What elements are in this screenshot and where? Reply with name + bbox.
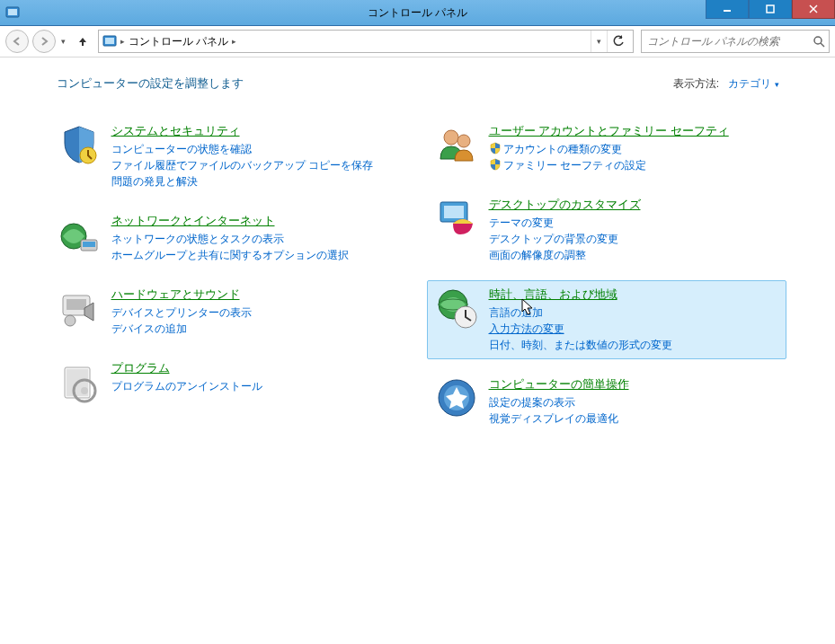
- svg-point-22: [457, 135, 470, 147]
- category-icon: [58, 213, 101, 256]
- svg-point-8: [814, 37, 822, 44]
- svg-rect-15: [67, 299, 86, 310]
- content: コンピューターの設定を調整します 表示方法: カテゴリ ▾ システムとセキュリテ…: [0, 57, 835, 644]
- category-link[interactable]: ファイル履歴でファイルのバックアップ コピーを保存: [111, 157, 401, 173]
- back-button[interactable]: [5, 30, 29, 53]
- category-item[interactable]: デスクトップのカスタマイズテーマの変更デスクトップの背景の変更画面の解像度の調整: [427, 190, 786, 269]
- refresh-button[interactable]: [607, 31, 629, 52]
- category-text: 時計、言語、および地域言語の追加入力方法の変更日付、時刻、または数値の形式の変更: [489, 287, 778, 353]
- close-button[interactable]: [792, 0, 835, 19]
- category-item[interactable]: ハードウェアとサウンドデバイスとプリンターの表示デバイスの追加: [49, 280, 409, 343]
- view-by: 表示方法: カテゴリ ▾: [673, 76, 779, 92]
- category-text: ハードウェアとサウンドデバイスとプリンターの表示デバイスの追加: [111, 287, 401, 337]
- category-link[interactable]: 言語の追加: [489, 304, 778, 321]
- category-link[interactable]: 画面の解像度の調整: [489, 247, 778, 263]
- category-item[interactable]: ユーザー アカウントとファミリー セーフティアカウントの種類の変更ファミリー セ…: [427, 117, 786, 180]
- category-title[interactable]: コンピューターの簡単操作: [489, 376, 778, 393]
- category-link[interactable]: デバイスとプリンターの表示: [111, 304, 401, 321]
- category-link[interactable]: テーマの変更: [489, 215, 778, 231]
- category-item[interactable]: 時計、言語、および地域言語の追加入力方法の変更日付、時刻、または数値の形式の変更: [427, 280, 786, 359]
- search-input[interactable]: [645, 34, 813, 49]
- up-button[interactable]: [71, 35, 94, 48]
- category-item[interactable]: システムとセキュリティコンピューターの状態を確認ファイル履歴でファイルのバックア…: [49, 117, 409, 196]
- svg-point-21: [444, 130, 458, 145]
- search-box[interactable]: [641, 30, 830, 53]
- category-title[interactable]: システムとセキュリティ: [111, 123, 401, 139]
- category-link[interactable]: コンピューターの状態を確認: [111, 141, 401, 157]
- page-title: コンピューターの設定を調整します: [57, 75, 244, 92]
- svg-rect-1: [8, 9, 17, 15]
- category-link[interactable]: アカウントの種類の変更: [489, 141, 778, 157]
- category-icon: [435, 123, 478, 166]
- category-text: ネットワークとインターネットネットワークの状態とタスクの表示ホームグループと共有…: [111, 213, 401, 263]
- svg-rect-3: [767, 5, 774, 13]
- navbar: ▾ ▸ コントロール パネル ▸ ▾: [0, 26, 835, 57]
- category-title[interactable]: ネットワークとインターネット: [111, 213, 401, 229]
- titlebar: コントロール パネル: [0, 0, 835, 26]
- address-dropdown-icon[interactable]: ▾: [591, 31, 607, 52]
- category-link[interactable]: プログラムのアンインストール: [111, 378, 401, 394]
- search-icon[interactable]: [813, 35, 825, 48]
- breadcrumb-icon: [102, 34, 117, 49]
- category-icon: [58, 360, 101, 403]
- category-link[interactable]: 視覚ディスプレイの最適化: [489, 410, 778, 427]
- categories: システムとセキュリティコンピューターの状態を確認ファイル履歴でファイルのバックア…: [49, 117, 786, 433]
- forward-button[interactable]: [32, 30, 56, 53]
- category-icon: [435, 376, 478, 419]
- svg-line-9: [821, 43, 824, 47]
- category-title[interactable]: プログラム: [111, 360, 401, 376]
- shield-icon: [489, 142, 502, 154]
- category-title[interactable]: デスクトップのカスタマイズ: [489, 197, 778, 213]
- category-title[interactable]: 時計、言語、および地域: [489, 287, 778, 303]
- category-icon: [58, 123, 101, 166]
- category-text: システムとセキュリティコンピューターの状態を確認ファイル履歴でファイルのバックア…: [111, 123, 401, 190]
- shield-icon: [489, 158, 502, 171]
- category-icon: [58, 287, 101, 330]
- chevron-down-icon: ▾: [775, 80, 779, 89]
- category-icon: [435, 197, 478, 240]
- category-link[interactable]: ファミリー セーフティの設定: [489, 157, 778, 173]
- svg-point-20: [81, 387, 88, 394]
- control-panel-icon: [5, 5, 20, 20]
- breadcrumb[interactable]: コントロール パネル: [125, 34, 232, 49]
- category-link[interactable]: デバイスの追加: [111, 321, 401, 337]
- category-link[interactable]: 入力方法の変更: [489, 321, 778, 337]
- category-link[interactable]: デスクトップの背景の変更: [489, 231, 778, 247]
- category-text: ユーザー アカウントとファミリー セーフティアカウントの種類の変更ファミリー セ…: [489, 123, 778, 173]
- history-dropdown-icon[interactable]: ▾: [59, 37, 67, 46]
- svg-point-16: [65, 315, 76, 326]
- category-text: コンピューターの簡単操作設定の提案の表示視覚ディスプレイの最適化: [489, 376, 778, 427]
- view-by-dropdown[interactable]: カテゴリ ▾: [728, 77, 778, 90]
- svg-rect-13: [83, 242, 95, 247]
- svg-rect-24: [444, 206, 464, 218]
- category-link[interactable]: ホームグループと共有に関するオプションの選択: [111, 247, 401, 263]
- category-link[interactable]: ネットワークの状態とタスクの表示: [111, 231, 401, 247]
- category-item[interactable]: ネットワークとインターネットネットワークの状態とタスクの表示ホームグループと共有…: [49, 207, 409, 269]
- maximize-button[interactable]: [749, 0, 792, 19]
- category-link[interactable]: 設定の提案の表示: [489, 394, 778, 410]
- category-icon: [435, 287, 478, 330]
- category-link[interactable]: 日付、時刻、または数値の形式の変更: [489, 337, 778, 353]
- svg-rect-7: [105, 38, 114, 44]
- category-item[interactable]: プログラムプログラムのアンインストール: [49, 354, 409, 410]
- chevron-right-icon[interactable]: ▸: [232, 37, 236, 46]
- content-header: コンピューターの設定を調整します 表示方法: カテゴリ ▾: [49, 75, 786, 92]
- address-bar[interactable]: ▸ コントロール パネル ▸ ▾: [98, 30, 634, 53]
- category-title[interactable]: ハードウェアとサウンド: [111, 287, 401, 303]
- view-by-label: 表示方法:: [673, 77, 719, 90]
- category-link[interactable]: 問題の発見と解決: [111, 173, 401, 190]
- category-text: デスクトップのカスタマイズテーマの変更デスクトップの背景の変更画面の解像度の調整: [489, 197, 778, 263]
- category-item[interactable]: コンピューターの簡単操作設定の提案の表示視覚ディスプレイの最適化: [427, 370, 786, 433]
- minimize-button[interactable]: [706, 0, 749, 19]
- window-buttons: [706, 0, 835, 25]
- category-text: プログラムプログラムのアンインストール: [111, 360, 401, 394]
- category-title[interactable]: ユーザー アカウントとファミリー セーフティ: [489, 123, 778, 139]
